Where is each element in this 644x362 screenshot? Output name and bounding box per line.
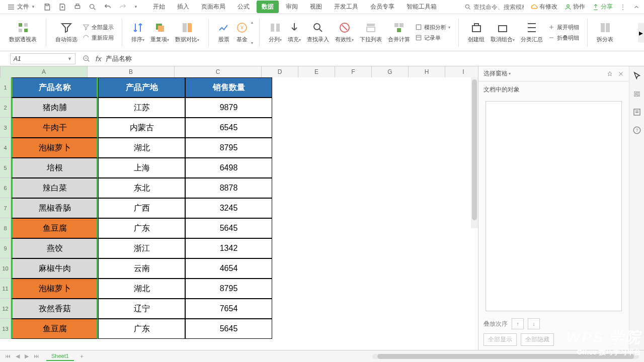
split-column-button[interactable]: 分列▾ <box>266 17 285 49</box>
print-icon[interactable] <box>73 3 82 11</box>
col-header-B[interactable]: B <box>88 66 175 77</box>
hide-all-objects-button[interactable]: 全部隐藏 <box>521 333 554 346</box>
table-cell[interactable]: 牛肉干 <box>11 118 98 138</box>
table-cell[interactable]: 广东 <box>98 218 185 238</box>
group-button[interactable]: 创建组 <box>465 17 488 49</box>
compare-button[interactable]: 数据对比▾ <box>172 17 202 49</box>
formula-input[interactable] <box>102 53 644 64</box>
col-header-G[interactable]: G <box>372 66 409 77</box>
show-all-objects-button[interactable]: 全部显示 <box>484 333 517 346</box>
qat-customize-icon[interactable]: ▼ <box>134 5 138 9</box>
pivot-table-button[interactable]: 数据透视表 <box>6 17 40 49</box>
last-sheet-icon[interactable]: ⏭ <box>34 353 39 359</box>
row-header-12[interactable]: 12 <box>0 299 11 319</box>
tab-公式[interactable]: 公式 <box>232 1 255 13</box>
table-cell[interactable]: 5645 <box>185 218 272 238</box>
subtotal-button[interactable]: 分类汇总 <box>518 17 546 49</box>
table-cell[interactable]: 内蒙古 <box>98 118 185 138</box>
col-header-H[interactable]: H <box>409 66 445 77</box>
table-header[interactable]: 产品名称 <box>11 77 98 98</box>
table-cell[interactable]: 上海 <box>98 158 185 178</box>
fill-button[interactable]: 填充▾ <box>285 17 304 49</box>
table-cell[interactable]: 6498 <box>185 158 272 178</box>
show-all-button[interactable]: 全部显示 <box>80 23 116 32</box>
scroll-up-icon[interactable]: ▴ <box>251 20 253 25</box>
ungroup-button[interactable]: 取消组合▾ <box>488 17 518 49</box>
tab-审阅[interactable]: 审阅 <box>281 1 303 13</box>
properties-icon[interactable] <box>632 108 641 117</box>
table-cell[interactable]: 培根 <box>11 158 98 178</box>
col-header-E[interactable]: E <box>298 66 335 77</box>
table-cell[interactable]: 鱼豆腐 <box>11 218 98 238</box>
scroll-down-icon[interactable]: ▾ <box>251 41 253 45</box>
col-header-F[interactable]: F <box>335 66 372 77</box>
table-cell[interactable]: 1342 <box>185 238 272 258</box>
table-cell[interactable]: 5645 <box>185 319 272 339</box>
sort-button[interactable]: 排序▾ <box>128 17 147 49</box>
first-sheet-icon[interactable]: ⏮ <box>5 353 11 359</box>
close-icon[interactable] <box>618 71 624 77</box>
fx-icon[interactable]: fx <box>96 54 102 63</box>
redo-icon[interactable] <box>119 3 127 11</box>
tab-数据[interactable]: 数据 <box>257 1 279 13</box>
table-cell[interactable]: 鱼豆腐 <box>11 319 98 339</box>
table-cell[interactable]: 6545 <box>185 118 272 138</box>
row-header-1[interactable]: 1 <box>0 77 11 98</box>
table-cell[interactable]: 7654 <box>185 299 272 319</box>
search-input[interactable] <box>473 4 524 11</box>
autofilter-button[interactable]: 自动筛选 <box>52 17 80 49</box>
table-cell[interactable]: 湖北 <box>98 279 185 299</box>
cursor-icon[interactable] <box>632 71 641 80</box>
row-header-9[interactable]: 9 <box>0 238 11 258</box>
tab-视图[interactable]: 视图 <box>305 1 327 13</box>
table-cell[interactable]: 辣白菜 <box>11 178 98 198</box>
save-icon[interactable] <box>43 3 51 11</box>
find-entry-button[interactable]: 查找录入 <box>304 17 332 49</box>
table-cell[interactable]: 浙江 <box>98 238 185 258</box>
table-cell[interactable]: 泡椒萝卜 <box>11 279 98 299</box>
table-cell[interactable]: 9879 <box>185 98 272 118</box>
col-header-A[interactable]: A <box>1 66 88 77</box>
tab-页面布局[interactable]: 页面布局 <box>196 1 230 13</box>
tab-开发工具[interactable]: 开发工具 <box>329 1 363 13</box>
share-button[interactable]: 分享 <box>592 3 613 11</box>
col-header-I[interactable]: I <box>445 66 478 77</box>
table-cell[interactable]: 8795 <box>185 138 272 158</box>
sheet-tab[interactable]: Sheet1 <box>46 352 74 361</box>
form-button[interactable]: 记录单 <box>413 33 452 43</box>
has-changes-button[interactable]: 有修改 <box>531 3 557 11</box>
simulation-button[interactable]: 模拟分析▾ <box>413 23 452 32</box>
row-header-2[interactable]: 2 <box>0 98 11 118</box>
row-header-11[interactable]: 11 <box>0 279 11 299</box>
send-backward-button[interactable]: ↓ <box>528 318 540 329</box>
row-header-6[interactable]: 6 <box>0 178 11 198</box>
table-cell[interactable]: 东北 <box>98 178 185 198</box>
fund-button[interactable]: ¥基金 <box>233 17 251 49</box>
table-cell[interactable]: 广西 <box>98 198 185 218</box>
table-cell[interactable]: 8878 <box>185 178 272 198</box>
more-icon[interactable]: ⋮ <box>620 4 626 11</box>
split-table-button[interactable]: 拆分表 <box>594 17 616 49</box>
table-cell[interactable]: 燕饺 <box>11 238 98 258</box>
row-header-7[interactable]: 7 <box>0 198 11 218</box>
table-cell[interactable]: 8795 <box>185 279 272 299</box>
tab-智能工具箱[interactable]: 智能工具箱 <box>401 1 442 13</box>
cooperate-button[interactable]: 协作 <box>565 3 585 11</box>
zoom-out-icon[interactable] <box>83 55 91 63</box>
col-header-D[interactable]: D <box>262 66 298 77</box>
row-header-5[interactable]: 5 <box>0 158 11 178</box>
col-header-C[interactable]: C <box>175 66 262 77</box>
merge-calc-button[interactable]: 合并计算 <box>385 17 413 49</box>
chevron-down-icon[interactable]: ▾ <box>509 71 511 76</box>
collapse-ribbon-icon[interactable] <box>633 4 640 11</box>
table-cell[interactable]: 辽宁 <box>98 299 185 319</box>
row-header-13[interactable]: 13 <box>0 319 11 339</box>
table-cell[interactable]: 4654 <box>185 258 272 279</box>
table-cell[interactable]: 猪肉脯 <box>11 98 98 118</box>
table-cell[interactable]: 湖北 <box>98 138 185 158</box>
vertical-scrollbar[interactable] <box>471 77 478 228</box>
settings-icon[interactable] <box>632 89 641 99</box>
stock-button[interactable]: 股票 <box>215 17 233 49</box>
add-sheet-button[interactable]: ＋ <box>79 352 85 360</box>
name-box[interactable]: A1 ▼ <box>10 53 75 64</box>
